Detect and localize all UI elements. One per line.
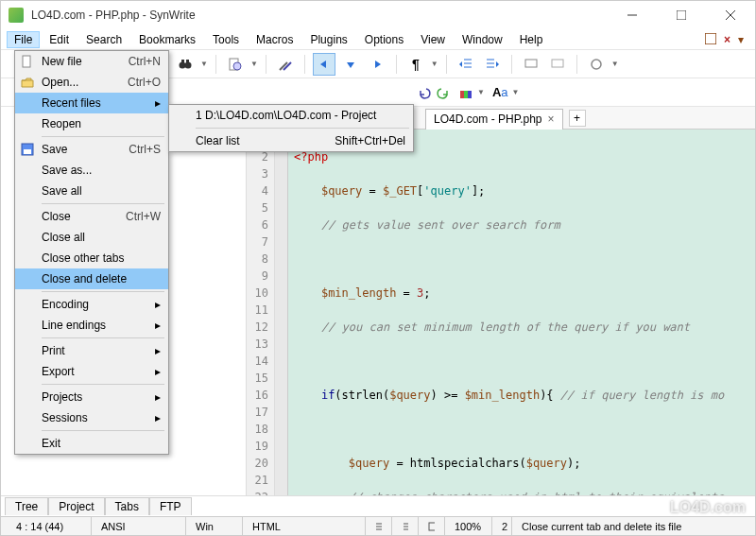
svg-rect-8	[186, 60, 189, 63]
file-new[interactable]: New fileCtrl+N	[15, 51, 168, 72]
bottom-tab-ftp[interactable]: FTP	[149, 497, 192, 515]
svg-rect-23	[468, 91, 472, 98]
arrow-left-icon[interactable]	[313, 53, 335, 76]
file-sessions[interactable]: Sessions▸	[15, 407, 168, 428]
arrow-right-icon[interactable]	[366, 53, 388, 76]
dropdown-icon[interactable]: ▼	[512, 88, 520, 96]
document-settings-icon[interactable]	[224, 53, 247, 76]
menu-help[interactable]: Help	[512, 31, 551, 48]
maximize-editor-icon[interactable]	[705, 33, 716, 46]
menu-view[interactable]: View	[413, 31, 453, 48]
file-save-as[interactable]: Save as...	[15, 160, 168, 181]
file-export[interactable]: Export▸	[15, 361, 168, 382]
status-selmode-icon[interactable]	[392, 517, 419, 535]
file-close-other[interactable]: Close other tabs	[15, 248, 168, 268]
menu-search[interactable]: Search	[78, 31, 129, 48]
file-exit[interactable]: Exit	[15, 433, 168, 454]
status-extra: 2	[492, 517, 512, 535]
pilcrow-icon[interactable]: ¶	[404, 53, 427, 76]
code-editor[interactable]: 1234 5678 9101112 13141516 17181920 2122…	[247, 130, 755, 495]
redo-icon[interactable]	[436, 85, 451, 100]
bottom-tab-tree[interactable]: Tree	[5, 497, 48, 515]
bottom-tab-project[interactable]: Project	[48, 497, 104, 515]
file-save[interactable]: SaveCtrl+S	[15, 139, 168, 160]
recent-files-submenu: 1 D:\LO4D.com\LO4D.com - Project Clear l…	[168, 104, 414, 152]
menu-edit[interactable]: Edit	[42, 31, 77, 48]
menubar: File Edit Search Bookmarks Tools Macros …	[1, 29, 755, 50]
menu-tools[interactable]: Tools	[205, 31, 247, 48]
submenu-arrow-icon: ▸	[155, 319, 161, 332]
submenu-arrow-icon: ▸	[155, 298, 161, 311]
file-print[interactable]: Print▸	[15, 340, 168, 361]
tab-label: LO4D.com - PHP.php	[434, 112, 542, 126]
palette-icon[interactable]	[458, 85, 473, 100]
dropdown-icon[interactable]: ▼	[477, 88, 485, 96]
submenu-arrow-icon: ▸	[155, 390, 161, 404]
recent-file-1[interactable]: 1 D:\LO4D.com\LO4D.com - Project	[169, 105, 413, 126]
status-wrap-icon[interactable]	[366, 517, 392, 535]
menu-plugins[interactable]: Plugins	[302, 31, 354, 48]
indent-left-icon[interactable]	[455, 53, 477, 76]
file-open[interactable]: Open...Ctrl+O	[15, 72, 168, 93]
recent-clear-list[interactable]: Clear listShift+Ctrl+Del	[169, 130, 413, 151]
font-case-icon[interactable]: Aa	[492, 85, 508, 99]
svg-point-10	[233, 62, 241, 70]
file-reopen[interactable]: Reopen	[15, 113, 168, 134]
file-encoding[interactable]: Encoding▸	[15, 294, 168, 315]
menu-bookmarks[interactable]: Bookmarks	[131, 31, 203, 48]
svg-rect-26	[24, 149, 31, 154]
close-button[interactable]	[713, 2, 747, 28]
file-menu: New fileCtrl+N Open...Ctrl+O Recent file…	[14, 50, 169, 455]
tools-icon[interactable]	[274, 53, 297, 76]
status-map-icon[interactable]	[419, 517, 445, 535]
dropdown-icon[interactable]: ▼	[431, 60, 438, 68]
status-encoding[interactable]: ANSI	[92, 517, 186, 535]
fold-column[interactable]	[275, 130, 288, 495]
svg-rect-20	[552, 60, 563, 67]
uncomment-icon[interactable]	[546, 53, 569, 76]
dropdown-icon[interactable]: ▼	[611, 60, 619, 68]
app-icon	[9, 8, 24, 23]
file-close-delete[interactable]: Close and delete	[15, 268, 168, 289]
svg-rect-7	[181, 60, 184, 63]
svg-rect-22	[464, 91, 468, 98]
close-tab-icon[interactable]: ×	[724, 33, 730, 46]
indent-right-icon[interactable]	[481, 53, 504, 76]
svg-rect-19	[525, 60, 537, 67]
minimize-button[interactable]	[615, 2, 649, 28]
comment-icon[interactable]	[520, 53, 542, 76]
arrow-down-icon[interactable]	[339, 53, 362, 76]
file-projects[interactable]: Projects▸	[15, 387, 168, 407]
statusbar: 4 : 14 (44) ANSI Win HTML 100% 2 Close c…	[1, 516, 755, 535]
menu-dropdown-icon[interactable]: ▾	[738, 33, 744, 46]
status-cursor-pos: 4 : 14 (44)	[7, 517, 92, 535]
submenu-arrow-icon: ▸	[155, 411, 161, 424]
status-lineend[interactable]: Win	[186, 517, 243, 535]
status-lexer[interactable]: HTML	[243, 517, 366, 535]
dropdown-icon[interactable]: ▼	[200, 60, 208, 68]
file-close-all[interactable]: Close all	[15, 227, 168, 248]
tab-close-icon[interactable]: ×	[548, 112, 555, 126]
svg-rect-21	[460, 91, 464, 98]
sync-icon[interactable]	[585, 53, 608, 76]
editor-tab-active[interactable]: LO4D.com - PHP.php ×	[425, 109, 563, 130]
status-zoom[interactable]: 100%	[445, 517, 492, 535]
tab-add-button[interactable]: +	[569, 110, 586, 127]
file-recent[interactable]: Recent files▸	[15, 93, 168, 113]
code-content[interactable]: <?php $query = $_GET['query']; // gets v…	[288, 130, 755, 495]
menu-window[interactable]: Window	[455, 31, 510, 48]
undo-icon[interactable]	[417, 85, 432, 100]
maximize-button[interactable]	[664, 2, 698, 28]
menu-macros[interactable]: Macros	[249, 31, 301, 48]
binoculars-icon[interactable]	[174, 53, 197, 76]
svg-rect-24	[23, 56, 30, 67]
status-hint: Close current tab and delete its file	[512, 517, 749, 535]
file-close[interactable]: CloseCtrl+W	[15, 206, 168, 227]
file-save-all[interactable]: Save all	[15, 181, 168, 201]
bottom-tab-tabs[interactable]: Tabs	[105, 497, 149, 515]
save-icon	[21, 143, 34, 156]
dropdown-icon[interactable]: ▼	[250, 60, 258, 68]
menu-file[interactable]: File	[7, 31, 40, 48]
menu-options[interactable]: Options	[357, 31, 411, 48]
file-line-endings[interactable]: Line endings▸	[15, 315, 168, 336]
